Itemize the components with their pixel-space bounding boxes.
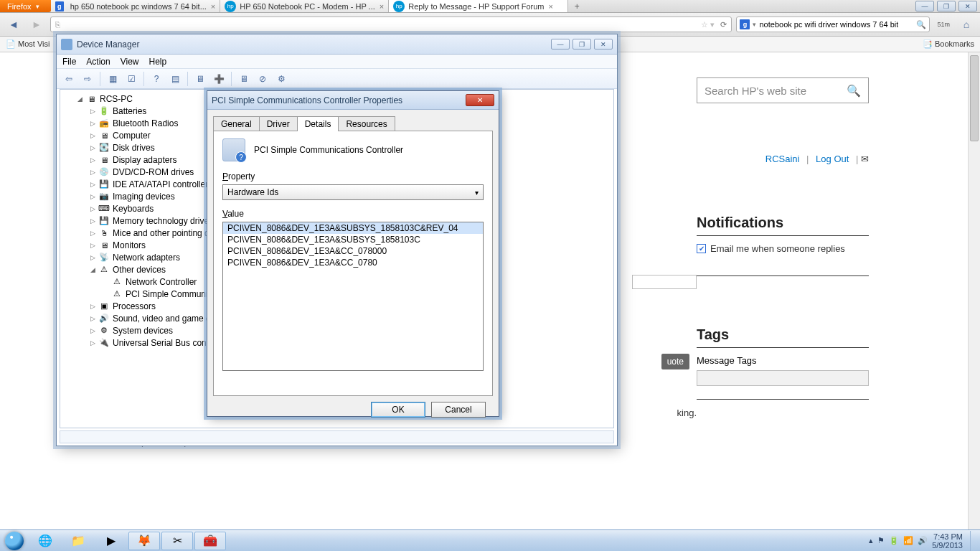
taskbar-snipping[interactable]: ✂ (161, 532, 193, 550)
tb-back-icon[interactable]: ⇦ (61, 71, 77, 87)
tags-input[interactable] (697, 370, 869, 386)
browser-tab-2[interactable]: hp Reply to Message - HP Support Forum × (389, 0, 568, 12)
bookmark-star-icon[interactable]: ☆ ▾ (701, 20, 715, 29)
reload-icon[interactable]: ⟳ (720, 20, 727, 29)
tray-flag-icon[interactable]: ⚑ (877, 536, 885, 545)
dm-minimize-button[interactable]: — (551, 39, 570, 50)
hp-user-row: RCSaini | Log Out | ✉ (697, 154, 869, 164)
page-scrollbar[interactable] (968, 52, 980, 529)
email-reply-checkbox[interactable]: ✔ (697, 244, 706, 253)
browser-tab-0[interactable]: g hp 650 notebook pc windows 7 64 bit...… (51, 0, 221, 12)
window-minimize-button[interactable]: — (915, 1, 934, 11)
tags-heading: Tags (697, 326, 869, 343)
dm-titlebar[interactable]: Device Manager — ❐ ✕ (57, 34, 617, 55)
home-button[interactable]: ⌂ (957, 15, 976, 34)
hp-search-input[interactable]: Search HP's web site 🔍 (697, 77, 869, 103)
computer-icon: 🖥 (85, 93, 97, 105)
hardware-id-row[interactable]: PCI\VEN_8086&DEV_1E3A&CC_078000 (223, 245, 483, 257)
bookmarks-menu[interactable]: 📑 Bookmarks (923, 39, 974, 49)
taskbar-toolbox[interactable]: 🧰 (194, 532, 226, 550)
tb-update-icon[interactable]: ⚙ (273, 71, 289, 87)
tags-label: Message Tags (697, 355, 869, 366)
ok-button[interactable]: OK (371, 402, 425, 418)
hp-search-placeholder: Search HP's web site (705, 85, 806, 97)
tray-clock[interactable]: 7:43 PM 5/9/2013 (932, 532, 963, 550)
device-category-icon: 💿 (98, 166, 110, 178)
taskbar-explorer[interactable]: 📁 (62, 532, 94, 550)
tb-up-icon[interactable]: ▦ (105, 71, 121, 87)
menu-help[interactable]: Help (149, 57, 167, 67)
prop-titlebar[interactable]: PCI Simple Communications Controller Pro… (207, 91, 499, 110)
email-reply-label: Email me when someone replies (710, 243, 845, 254)
tb-view-icon[interactable]: ▤ (167, 71, 183, 87)
tray-battery-icon[interactable]: 🔋 (889, 536, 899, 545)
firefox-tabstrip: Firefox g hp 650 notebook pc windows 7 6… (0, 0, 980, 13)
property-select[interactable]: Hardware Ids (222, 184, 484, 200)
mail-icon[interactable]: ✉ (861, 154, 869, 164)
tab-general[interactable]: General (213, 116, 260, 131)
windows-orb-icon (5, 532, 24, 550)
tb-add-icon[interactable]: ➕ (211, 71, 227, 87)
tb-prop-icon[interactable]: ☑ (123, 71, 139, 87)
show-desktop-button[interactable] (970, 531, 976, 551)
tray-chevron-icon[interactable]: ▴ (869, 536, 873, 545)
tab-driver[interactable]: Driver (259, 116, 298, 131)
device-category-icon: 🔋 (98, 105, 110, 117)
tb-uninstall-icon[interactable]: 🖥 (236, 71, 252, 87)
dm-maximize-button[interactable]: ❐ (573, 39, 591, 50)
hardware-id-row[interactable]: PCI\VEN_8086&DEV_1E3A&CC_0780 (223, 257, 483, 268)
google-icon: g (55, 1, 67, 12)
properties-dialog: PCI Simple Communications Controller Pro… (207, 90, 499, 417)
prop-title-text: PCI Simple Communications Controller Pro… (212, 95, 402, 105)
close-icon[interactable]: × (211, 2, 215, 11)
url-input[interactable]: ⎘ ☆ ▾ ⟳ (50, 17, 732, 32)
firefox-menu-button[interactable]: Firefox (0, 0, 51, 12)
search-input[interactable]: g ▾ notebook pc wifi driver windows 7 64… (736, 17, 930, 32)
search-go-icon[interactable]: 🔍 (916, 20, 926, 29)
username-link[interactable]: RCSaini (765, 154, 800, 164)
tray-network-icon[interactable]: 📶 (903, 536, 913, 545)
device-category-icon: 🔌 (98, 337, 110, 349)
tb-fwd-icon[interactable]: ⇨ (80, 71, 95, 87)
tray-volume-icon[interactable]: 🔊 (918, 536, 928, 545)
scrollbar-thumb[interactable] (970, 55, 979, 141)
cancel-button[interactable]: Cancel (431, 402, 486, 418)
tb-disable-icon[interactable]: ⊘ (255, 71, 270, 87)
back-button[interactable]: ◄ (4, 15, 23, 34)
hardware-id-row[interactable]: PCI\VEN_8086&DEV_1E3A&SUBSYS_1858103C&RE… (223, 222, 483, 234)
quote-button-fragment[interactable]: uote (661, 354, 689, 369)
window-close-button[interactable]: ✕ (958, 1, 977, 11)
taskbar-media[interactable]: ▶ (95, 532, 127, 550)
logout-link[interactable]: Log Out (816, 154, 849, 164)
new-tab-button[interactable]: + (568, 0, 585, 12)
tab-label: Reply to Message - HP Support Forum (408, 2, 544, 11)
close-icon[interactable]: × (549, 2, 553, 11)
menu-file[interactable]: File (62, 57, 76, 67)
taskbar-ie[interactable]: 🌐 (29, 532, 61, 550)
device-category-icon: 📡 (98, 252, 110, 263)
property-label: Property (222, 171, 484, 182)
divider (697, 399, 869, 400)
window-maximize-button[interactable]: ❐ (937, 1, 956, 11)
close-icon[interactable]: × (380, 2, 384, 11)
browser-tab-1[interactable]: hp HP 650 Notebook PC - Modem - HP ... × (220, 0, 389, 12)
tab-resources[interactable]: Resources (338, 116, 395, 131)
start-button[interactable] (0, 530, 29, 552)
most-visited-link[interactable]: 📄 Most Visi (6, 39, 50, 49)
value-listbox[interactable]: PCI\VEN_8086&DEV_1E3A&SUBSYS_1858103C&RE… (222, 222, 484, 371)
prop-panel: PCI Simple Communications Controller Pro… (213, 131, 493, 396)
tb-scan-icon[interactable]: 🖥 (192, 71, 208, 87)
dm-close-button[interactable]: ✕ (594, 39, 613, 50)
tb-help-icon[interactable]: ? (149, 71, 164, 87)
menu-view[interactable]: View (121, 57, 139, 67)
tab-details[interactable]: Details (297, 116, 339, 131)
notifications-heading: Notifications (697, 215, 869, 231)
device-name: PCI Simple Communications Controller (254, 145, 403, 155)
menu-action[interactable]: Action (86, 57, 110, 67)
hp-icon: hp (225, 1, 236, 12)
taskbar-firefox[interactable]: 🦊 (128, 532, 160, 550)
prop-close-button[interactable]: ✕ (466, 94, 494, 106)
dropdown-icon[interactable]: ▾ (753, 21, 756, 28)
search-icon[interactable]: 🔍 (847, 84, 861, 98)
hardware-id-row[interactable]: PCI\VEN_8086&DEV_1E3A&SUBSYS_1858103C (223, 234, 483, 245)
